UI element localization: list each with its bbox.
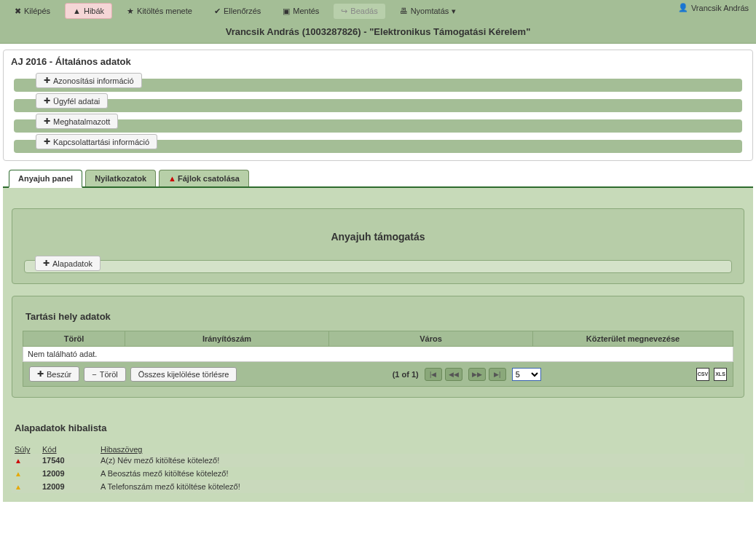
print-icon: 🖶 — [400, 7, 408, 15]
delete-label: Töröl — [100, 370, 118, 379]
proxy-label: Meghatalmazott — [53, 117, 110, 126]
support-panel: Anyajuh támogatás ✚ Alapadatok — [12, 208, 744, 284]
page-prev-button[interactable]: ◀◀ — [445, 368, 462, 381]
print-label: Nyomtatás — [411, 7, 449, 15]
select-all-delete-button[interactable]: Összes kijelölése törlésre — [130, 367, 237, 382]
topbar: ✖ Kilépés ▲ Hibák ★ Kitöltés menete ✔ El… — [0, 0, 756, 44]
client-data-label: Ügyfél adatai — [53, 97, 100, 106]
expand-contact-button[interactable]: ✚ Kapcsolattartási információ — [36, 134, 157, 149]
print-button[interactable]: 🖶 Nyomtatás ▾ — [393, 4, 464, 19]
col-kozterulet[interactable]: Közterület megnevezése — [533, 331, 733, 347]
expand-id-info-button[interactable]: ✚ Azonosítási információ — [36, 73, 142, 88]
save-icon: ▣ — [283, 7, 290, 16]
id-info-label: Azonosítási információ — [53, 76, 134, 85]
page-first-button[interactable]: |◀ — [425, 368, 442, 381]
general-data-panel: AJ 2016 - Általános adatok ✚ Azonosítási… — [3, 50, 753, 161]
page-nav-2: ▶▶ ▶| — [468, 368, 506, 381]
warning-icon: ▲ — [73, 7, 81, 15]
expand-proxy-button[interactable]: ✚ Meghatalmazott — [36, 114, 118, 129]
tab-anyajuh-label: Anyajuh panel — [18, 174, 73, 183]
close-icon: ✖ — [15, 7, 21, 16]
err-code: 12009 — [42, 482, 101, 491]
page-size-select[interactable]: 5 — [512, 368, 541, 381]
plus-icon: ✚ — [43, 259, 50, 268]
export-xls-button[interactable]: XLS — [714, 368, 727, 381]
grid-panel: Tartási hely adatok Töröl Irányítószám V… — [12, 296, 744, 398]
expand-alapadatok-button[interactable]: ✚ Alapadatok — [35, 256, 101, 271]
contact-label: Kapcsolattartási információ — [53, 138, 149, 146]
errlist-row: ▲ 12009 A Telefonszám mező kitöltése köt… — [12, 480, 744, 493]
section-contact-bar: ✚ Kapcsolattartási információ — [14, 140, 742, 153]
tab-anyajuh[interactable]: Anyajuh panel — [9, 170, 82, 188]
delete-button[interactable]: − Töröl — [84, 367, 126, 382]
exit-label: Kilépés — [24, 7, 50, 15]
errlist-col-msg[interactable]: Hibaszöveg — [101, 445, 741, 454]
err-msg: A Beosztás mező kitöltése kötelező! — [101, 469, 741, 478]
tab-nyilatkozatok[interactable]: Nyilatkozatok — [85, 170, 156, 186]
errors-button[interactable]: ▲ Hibák — [65, 3, 112, 19]
severity-icon: ▲ — [15, 482, 42, 491]
fill-process-button[interactable]: ★ Kitöltés menete — [119, 4, 200, 19]
expand-client-data-button[interactable]: ✚ Ügyfél adatai — [36, 93, 108, 109]
tab-fajlok-label: Fájlok csatolása — [178, 174, 240, 183]
submit-label: Beadás — [350, 7, 377, 15]
page-last-button[interactable]: ▶| — [489, 368, 506, 381]
col-irszam[interactable]: Irányítószám — [125, 331, 329, 347]
warning-icon: ▲ — [168, 174, 176, 183]
errlist-row: ▲ 12009 A Beosztás mező kitöltése kötele… — [12, 467, 744, 480]
minus-icon: − — [92, 370, 96, 379]
section-proxy-bar: ✚ Meghatalmazott — [14, 119, 742, 133]
severity-icon: ▲ — [15, 456, 42, 465]
plus-icon: ✚ — [37, 369, 44, 379]
errors-label: Hibák — [84, 7, 104, 15]
submit-button: ↪ Beadás — [334, 4, 385, 19]
errlist-header: Súly Kód Hibaszöveg — [12, 445, 744, 454]
tab-content: Anyajuh támogatás ✚ Alapadatok Tartási h… — [3, 188, 753, 502]
err-msg: A(z) Név mező kitöltése kötelező! — [101, 456, 741, 465]
col-torol[interactable]: Töröl — [23, 331, 125, 347]
col-varos[interactable]: Város — [329, 331, 533, 347]
save-button[interactable]: ▣ Mentés — [275, 4, 326, 19]
submit-icon: ↪ — [341, 7, 347, 16]
errlist-title: Alapadatok hibalista — [12, 409, 744, 445]
locations-table: Töröl Irányítószám Város Közterület megn… — [23, 331, 733, 362]
user-display[interactable]: 👤 Vrancsik András — [678, 3, 749, 12]
grid-footer: ✚ Beszúr − Töröl Összes kijelölése törlé… — [23, 362, 733, 387]
plus-icon: ✚ — [44, 117, 50, 126]
select-all-delete-label: Összes kijelölése törlésre — [138, 370, 229, 379]
tab-nyilatkozatok-label: Nyilatkozatok — [95, 174, 146, 183]
section-client-data-bar: ✚ Ügyfél adatai — [14, 99, 742, 112]
fill-process-label: Kitöltés menete — [137, 7, 192, 15]
export-icons: CSV XLS — [696, 368, 727, 381]
page-next-button[interactable]: ▶▶ — [468, 368, 486, 381]
user-name: Vrancsik András — [691, 4, 749, 12]
save-label: Mentés — [293, 7, 319, 15]
export-csv-button[interactable]: CSV — [696, 368, 709, 381]
exit-button[interactable]: ✖ Kilépés — [7, 4, 58, 19]
section-alapadatok-bar: ✚ Alapadatok — [24, 260, 732, 273]
tab-fajlok[interactable]: ▲Fájlok csatolása — [159, 170, 249, 186]
general-data-title: AJ 2016 - Általános adatok — [4, 50, 752, 73]
insert-label: Beszúr — [47, 370, 71, 379]
plus-icon: ✚ — [44, 96, 50, 106]
paginator: (1 of 1) |◀ ◀◀ ▶▶ ▶| 5 — [393, 368, 541, 381]
insert-button[interactable]: ✚ Beszúr — [29, 366, 79, 382]
errlist-row: ▲ 17540 A(z) Név mező kitöltése kötelező… — [12, 454, 744, 467]
page-info: (1 of 1) — [393, 370, 419, 379]
err-msg: A Telefonszám mező kitöltése kötelező! — [101, 482, 741, 491]
alapadatok-label: Alapadatok — [52, 259, 92, 268]
plus-icon: ✚ — [44, 137, 50, 146]
star-icon: ★ — [127, 7, 134, 16]
empty-row: Nem található adat. — [23, 347, 733, 362]
toolbar: ✖ Kilépés ▲ Hibák ★ Kitöltés menete ✔ El… — [0, 0, 756, 22]
page-subtitle: Vrancsik András (1003287826) - "Elektron… — [0, 22, 756, 43]
check-button[interactable]: ✔ Ellenőrzés — [207, 4, 268, 19]
caret-down-icon: ▾ — [452, 7, 456, 16]
section-id-info-bar: ✚ Azonosítási információ — [14, 79, 742, 92]
err-code: 12009 — [42, 469, 101, 478]
errlist-col-kod[interactable]: Kód — [42, 445, 101, 454]
user-icon: 👤 — [678, 3, 688, 12]
support-title: Anyajuh támogatás — [23, 224, 733, 260]
check-icon: ✔ — [214, 7, 221, 16]
errlist-col-suly[interactable]: Súly — [15, 445, 42, 454]
